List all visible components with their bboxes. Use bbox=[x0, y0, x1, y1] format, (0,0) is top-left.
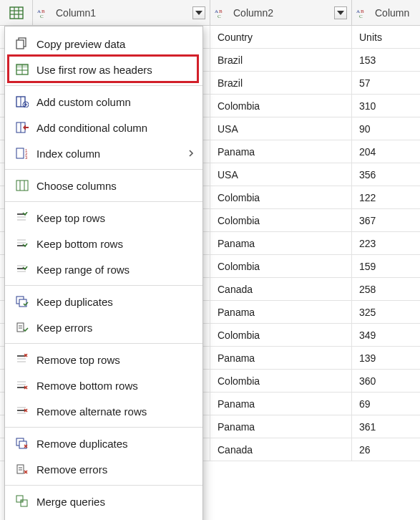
cell-col3: 258 bbox=[352, 278, 420, 300]
menu-label: Keep top rows bbox=[36, 212, 194, 224]
menu-label: Copy preview data bbox=[36, 38, 194, 50]
menu-copy-preview-data[interactable]: Copy preview data bbox=[5, 31, 202, 57]
table-menu-button[interactable] bbox=[0, 0, 33, 25]
cell-col2: Brazil bbox=[210, 72, 352, 94]
copy-icon bbox=[14, 37, 31, 51]
column-filter-dropdown[interactable] bbox=[192, 6, 205, 19]
custom-column-icon bbox=[14, 95, 31, 109]
menu-keep-bottom-rows[interactable]: Keep bottom rows bbox=[5, 231, 202, 256]
cell-col2: Colombia bbox=[210, 370, 352, 392]
menu-remove-top-rows[interactable]: Remove top rows bbox=[5, 347, 202, 372]
svg-rect-31 bbox=[16, 180, 28, 191]
cell-col2: USA bbox=[210, 117, 352, 140]
cell-col3: Units bbox=[352, 26, 420, 48]
column-filter-dropdown[interactable] bbox=[334, 6, 347, 19]
menu-index-column[interactable]: 123 Index column bbox=[5, 140, 202, 166]
cell-col2: Colombia bbox=[210, 255, 352, 277]
svg-rect-45 bbox=[17, 323, 24, 332]
cell-col3: 360 bbox=[352, 370, 420, 392]
svg-rect-0 bbox=[10, 7, 23, 19]
svg-rect-59 bbox=[17, 465, 24, 473]
menu-keep-top-rows[interactable]: Keep top rows bbox=[5, 205, 202, 231]
svg-marker-12 bbox=[337, 11, 344, 15]
cell-col3: 159 bbox=[352, 255, 420, 277]
cell-col2: Canada bbox=[210, 278, 352, 300]
cell-col3: 356 bbox=[352, 163, 420, 186]
svg-rect-17 bbox=[16, 40, 24, 49]
cell-col3: 325 bbox=[352, 301, 420, 323]
abc-type-icon: A B C bbox=[37, 6, 53, 19]
menu-label: Choose columns bbox=[36, 180, 194, 192]
conditional-column-icon bbox=[14, 120, 31, 135]
menu-remove-errors[interactable]: Remove errors bbox=[5, 456, 202, 482]
column-header-2[interactable]: A B C Column2 bbox=[210, 0, 352, 25]
cell-col3: 310 bbox=[352, 95, 420, 117]
cell-col2: Panama bbox=[210, 393, 352, 415]
menu-remove-bottom-rows[interactable]: Remove bottom rows bbox=[5, 372, 202, 398]
keep-duplicates-icon bbox=[14, 294, 31, 309]
cell-col2: Colombia bbox=[210, 209, 352, 231]
cell-col3: 26 bbox=[352, 438, 420, 461]
choose-columns-icon bbox=[14, 178, 31, 193]
menu-choose-columns[interactable]: Choose columns bbox=[5, 173, 202, 198]
cell-col3: 153 bbox=[352, 49, 420, 71]
cell-col2: USA bbox=[210, 163, 352, 186]
table-context-menu: Copy preview data Use first row as heade… bbox=[4, 26, 203, 520]
menu-add-custom-column[interactable]: Add custom column bbox=[5, 89, 202, 115]
index-column-icon: 123 bbox=[14, 146, 31, 160]
menu-label: Keep bottom rows bbox=[36, 238, 194, 250]
svg-rect-64 bbox=[21, 500, 23, 502]
menu-label: Keep duplicates bbox=[36, 296, 194, 308]
cell-col3: 349 bbox=[352, 324, 420, 346]
keep-bottom-icon bbox=[14, 236, 31, 251]
column-name: Column bbox=[375, 7, 416, 19]
remove-errors-icon bbox=[14, 462, 31, 476]
cell-col3: 69 bbox=[352, 393, 420, 415]
cell-col2: Canada bbox=[210, 438, 352, 461]
cell-col2: Panama bbox=[210, 140, 352, 163]
menu-merge-queries[interactable]: Merge queries bbox=[5, 488, 202, 514]
remove-top-icon bbox=[14, 352, 31, 367]
menu-remove-alternate-rows[interactable]: Remove alternate rows bbox=[5, 398, 202, 424]
remove-alternate-icon bbox=[14, 404, 31, 418]
menu-separator bbox=[5, 169, 202, 170]
menu-keep-errors[interactable]: Keep errors bbox=[5, 314, 202, 340]
svg-rect-27 bbox=[16, 148, 24, 158]
cell-col2: Panama bbox=[210, 232, 352, 254]
menu-separator bbox=[5, 485, 202, 486]
menu-label: Keep errors bbox=[36, 322, 194, 334]
cell-col2: Colombia bbox=[210, 186, 352, 208]
cell-col2: Country bbox=[210, 26, 352, 48]
menu-keep-duplicates[interactable]: Keep duplicates bbox=[5, 289, 202, 314]
menu-label: Use first row as headers bbox=[36, 64, 194, 76]
menu-use-first-row-as-headers[interactable]: Use first row as headers bbox=[5, 57, 202, 82]
menu-label: Remove errors bbox=[36, 463, 194, 476]
abc-type-icon: A B C bbox=[215, 6, 230, 19]
menu-append-queries[interactable]: Append queries bbox=[5, 514, 202, 520]
column-header-1[interactable]: A B C Column1 bbox=[33, 0, 210, 25]
cell-col3: 122 bbox=[352, 186, 420, 208]
cell-col3: 367 bbox=[352, 209, 420, 231]
menu-label: Remove alternate rows bbox=[36, 405, 194, 418]
cell-col3: 204 bbox=[352, 140, 420, 163]
menu-keep-range-of-rows[interactable]: Keep range of rows bbox=[5, 256, 202, 282]
menu-label: Remove duplicates bbox=[36, 438, 194, 450]
cell-col2: Brazil bbox=[210, 49, 352, 71]
cell-col2: Panama bbox=[210, 415, 352, 438]
keep-errors-icon bbox=[14, 320, 31, 334]
menu-separator bbox=[5, 285, 202, 286]
abc-type-icon: A B C bbox=[356, 6, 372, 19]
menu-label: Add conditional column bbox=[36, 122, 194, 134]
keep-range-icon bbox=[14, 262, 31, 276]
menu-label: Index column bbox=[36, 148, 188, 160]
cell-col3: 57 bbox=[352, 72, 420, 94]
column-header-3[interactable]: A B C Column bbox=[352, 0, 420, 25]
menu-separator bbox=[5, 343, 202, 344]
menu-add-conditional-column[interactable]: Add conditional column bbox=[5, 115, 202, 140]
menu-remove-duplicates[interactable]: Remove duplicates bbox=[5, 430, 202, 456]
cell-col2: Colombia bbox=[210, 95, 352, 117]
menu-separator bbox=[5, 85, 202, 86]
column-header-row: A B C Column1 A B C Column2 A B C bbox=[0, 0, 420, 26]
menu-separator bbox=[5, 427, 202, 428]
menu-label: Merge queries bbox=[36, 496, 194, 508]
